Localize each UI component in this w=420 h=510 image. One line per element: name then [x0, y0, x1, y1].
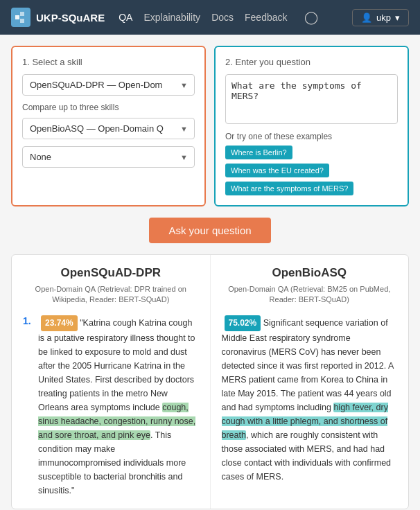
skill2-select-wrapper: OpenBioASQ — Open-Domain Q ▼ [22, 118, 195, 139]
skill3-select[interactable]: None [22, 146, 195, 168]
svg-rect-1 [20, 12, 24, 16]
user-dropdown-icon: ▾ [395, 12, 400, 23]
skill3-select-wrapper: None ▼ [22, 146, 195, 168]
top-panels: 1. Select a skill OpenSQuAD-DPR — Open-D… [11, 46, 409, 206]
examples-label: Or try one of these examples [225, 132, 398, 141]
results-columns: OpenSQuAD-DPR Open-Domain QA (Retrieval:… [12, 255, 408, 509]
result-col1-title: OpenSQuAD-DPR [23, 266, 199, 280]
nav-explainability[interactable]: Explainability [143, 12, 200, 23]
result-item-2: 75.02% Significant sequence variation of… [222, 315, 398, 484]
brand-label: UKP-SQuARE [36, 12, 105, 24]
compare-label: Compare up to three skills [22, 103, 195, 112]
skill-panel-label: 1. Select a skill [22, 57, 195, 67]
nav-links: QA Explainability Docs Feedback ◯ [119, 10, 352, 25]
question-input[interactable]: What are the symptoms of MERS? [225, 74, 398, 124]
ask-button[interactable]: Ask your question [149, 218, 270, 243]
result-text-2: 75.02% Significant sequence variation of… [222, 315, 398, 484]
nav-qa[interactable]: QA [119, 12, 132, 23]
result-text-after-1: . This condition may make immunocompromi… [38, 430, 186, 495]
result-col1-subtitle: Open-Domain QA (Retrieval: DPR trained o… [23, 284, 199, 306]
results-panel: OpenSQuAD-DPR Open-Domain QA (Retrieval:… [11, 254, 409, 509]
example-chip-eu[interactable]: When was the EU created? [225, 164, 329, 177]
github-icon[interactable]: ◯ [304, 10, 318, 25]
brand-icon [11, 8, 30, 27]
skill-panel: 1. Select a skill OpenSQuAD-DPR — Open-D… [11, 46, 206, 206]
user-icon: 👤 [361, 12, 372, 23]
ask-button-row: Ask your question [11, 218, 409, 243]
example-chip-berlin[interactable]: Where is Berlin? [225, 146, 292, 159]
question-panel-label: 2. Enter you question [225, 57, 398, 67]
nav-docs[interactable]: Docs [211, 12, 234, 23]
nav-feedback[interactable]: Feedback [245, 12, 287, 23]
result-text-1: 23.74% "Katrina cough Katrina cough is a… [38, 315, 199, 498]
svg-rect-0 [15, 15, 19, 19]
user-menu-button[interactable]: 👤 ukp ▾ [352, 9, 409, 26]
score-badge-2: 75.02% [225, 315, 261, 331]
result-col-opensquad: OpenSQuAD-DPR Open-Domain QA (Retrieval:… [12, 255, 211, 509]
result-item-1: 1. 23.74% "Katrina cough Katrina cough i… [23, 315, 199, 498]
user-label: ukp [376, 12, 391, 23]
result-col-openbioasq: OpenBioASQ Open-Domain QA (Retrieval: BM… [211, 255, 409, 509]
navbar: UKP-SQuARE QA Explainability Docs Feedba… [0, 0, 420, 35]
result-text-before-1: "Katrina cough Katrina cough is a putati… [38, 318, 195, 412]
result-col2-title: OpenBioASQ [222, 266, 398, 280]
result-text-before-2: Significant sequence variation of Middle… [222, 318, 394, 412]
result-col2-subtitle: Open-Domain QA (Retrieval: BM25 on PubMe… [222, 284, 398, 306]
skill2-select[interactable]: OpenBioASQ — Open-Domain Q [22, 118, 195, 139]
svg-rect-2 [20, 19, 24, 23]
example-chips: Where is Berlin? When was the EU created… [225, 146, 398, 195]
question-panel: 2. Enter you question What are the sympt… [214, 46, 409, 206]
main-content: 1. Select a skill OpenSQuAD-DPR — Open-D… [0, 35, 420, 510]
result-text-after-2: , which are roughly consistent with thos… [222, 430, 392, 482]
skill-select-wrapper: OpenSQuAD-DPR — Open-Dom ▼ [22, 74, 195, 96]
skill-select[interactable]: OpenSQuAD-DPR — Open-Dom [22, 74, 195, 96]
score-badge-1: 23.74% [41, 315, 78, 331]
brand-link[interactable]: UKP-SQuARE [11, 8, 105, 27]
result-num-1: 1. [23, 315, 33, 326]
example-chip-mers[interactable]: What are the symptoms of MERS? [225, 182, 353, 195]
